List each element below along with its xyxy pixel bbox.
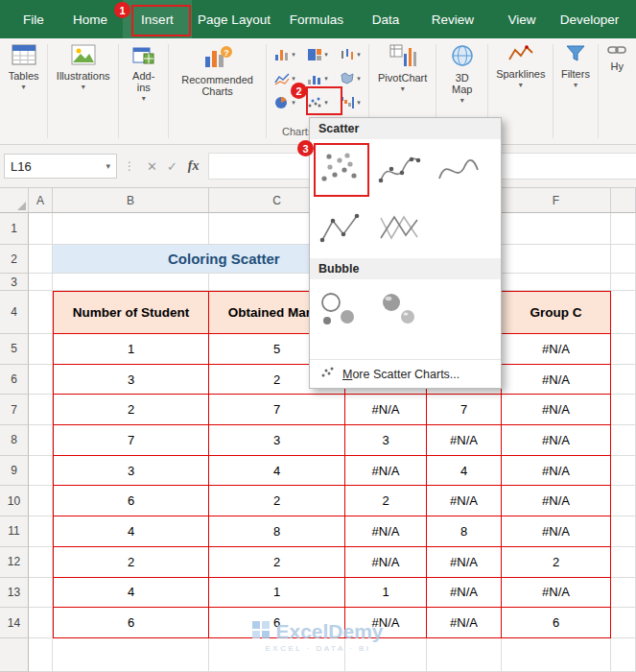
cell-D8[interactable]: 3 [345, 425, 427, 456]
filters-group-button[interactable]: Filters ▾ [554, 38, 597, 144]
cell-A3[interactable] [29, 274, 53, 291]
cell-F10[interactable]: #N/A [502, 486, 611, 516]
cell-G8[interactable] [611, 425, 636, 456]
row-header-9[interactable]: 9 [0, 456, 29, 487]
row-header-14[interactable]: 14 [0, 608, 29, 638]
scatter-straight-markers-icon[interactable] [316, 204, 364, 253]
cell-A1[interactable] [29, 213, 53, 245]
tab-review[interactable]: Review [414, 0, 491, 38]
cell-E8[interactable]: #N/A [427, 425, 502, 456]
cell-B14[interactable]: 6 [53, 608, 209, 638]
cell-C8[interactable]: 3 [209, 425, 345, 456]
row-header-12[interactable]: 12 [0, 547, 29, 578]
cell-B3[interactable] [53, 274, 209, 291]
table-header-B4[interactable]: Number of Student [53, 291, 209, 334]
scatter-icon[interactable] [316, 144, 364, 194]
cell-G15[interactable] [611, 638, 636, 672]
cell-A2[interactable] [29, 245, 53, 274]
cell-F1[interactable] [502, 213, 611, 245]
tab-home[interactable]: Home [58, 0, 123, 38]
cell-B7[interactable]: 2 [53, 395, 209, 425]
cell-D11[interactable]: #N/A [345, 516, 427, 547]
insert-function-icon[interactable]: fx [188, 158, 200, 174]
links-group-button[interactable]: Hy [599, 38, 636, 144]
insert-stock-chart-button[interactable]: ▾ [334, 42, 366, 66]
cell-E12[interactable]: #N/A [427, 547, 502, 578]
cell-C9[interactable]: 4 [209, 456, 345, 487]
insert-hierarchy-chart-button[interactable]: ▾ [301, 42, 334, 66]
cell-E11[interactable]: 8 [427, 516, 502, 547]
row-header-6[interactable]: 6 [0, 365, 29, 396]
tab-page-layout[interactable]: Page Layout [192, 0, 276, 38]
scatter-smooth-icon[interactable] [435, 144, 483, 194]
cell-B15[interactable] [53, 638, 209, 672]
tab-formulas[interactable]: Formulas [276, 0, 357, 38]
cell-E7[interactable]: 7 [427, 395, 502, 425]
cell-A13[interactable] [29, 578, 53, 609]
cell-D7[interactable]: #N/A [345, 395, 427, 425]
row-header-13[interactable]: 13 [0, 578, 29, 609]
tab-insert[interactable]: Insert [123, 0, 192, 38]
cell-D12[interactable]: #N/A [345, 547, 427, 578]
cell-B9[interactable]: 3 [53, 456, 209, 487]
cell-D13[interactable]: 1 [345, 578, 427, 609]
row-header-8[interactable]: 8 [0, 425, 29, 456]
cell-F12[interactable]: 2 [502, 547, 611, 578]
scatter-smooth-markers-icon[interactable] [375, 144, 423, 194]
cell-B11[interactable]: 4 [53, 516, 209, 547]
cell-F5[interactable]: #N/A [502, 334, 611, 365]
illustrations-group-button[interactable]: Illustrations ▾ [48, 38, 118, 144]
cell-C7[interactable]: 7 [209, 395, 345, 425]
cell-G13[interactable] [611, 578, 636, 609]
cell-A12[interactable] [29, 547, 53, 578]
scatter-straight-icon[interactable] [375, 204, 423, 253]
tables-group-button[interactable]: Tables ▾ [0, 38, 47, 144]
cell-B8[interactable]: 7 [53, 425, 209, 456]
cell-D14[interactable]: #N/A [345, 608, 427, 638]
cell-B6[interactable]: 3 [53, 365, 209, 396]
add-ins-group-button[interactable]: Add-ins ▾ [119, 38, 168, 144]
column-header-a[interactable]: A [29, 188, 53, 213]
cell-D10[interactable]: 2 [345, 486, 427, 516]
cell-G12[interactable] [611, 547, 636, 578]
tab-view[interactable]: View [491, 0, 553, 38]
cell-A5[interactable] [29, 334, 53, 365]
tab-file[interactable]: File [10, 0, 58, 38]
tab-data[interactable]: Data [357, 0, 414, 38]
tab-developer[interactable]: Developer [553, 0, 626, 38]
cell-F15[interactable] [502, 638, 611, 672]
cell-F6[interactable]: #N/A [502, 365, 611, 396]
cell-C11[interactable]: 8 [209, 516, 345, 547]
name-box[interactable]: L16 ▾ [4, 154, 117, 179]
bubble-icon[interactable] [316, 284, 364, 334]
cell-B13[interactable]: 4 [53, 578, 209, 609]
cell-A11[interactable] [29, 516, 53, 547]
cell-F13[interactable]: #N/A [502, 578, 611, 609]
cell-G6[interactable] [611, 365, 636, 396]
cell-D9[interactable]: #N/A [345, 456, 427, 487]
cell-F2[interactable] [502, 245, 611, 274]
cell-A7[interactable] [29, 395, 53, 425]
insert-line-chart-button[interactable]: ▾ [269, 66, 301, 90]
cell-G11[interactable] [611, 516, 636, 547]
cell-C12[interactable]: 2 [209, 547, 345, 578]
cell-E10[interactable]: #N/A [427, 486, 502, 516]
bubble-3d-icon[interactable] [375, 284, 423, 334]
column-header-b[interactable]: B [53, 188, 209, 213]
cell-A4[interactable] [29, 291, 53, 334]
cell-F7[interactable]: #N/A [502, 395, 611, 425]
enter-icon[interactable]: ✓ [167, 159, 177, 174]
cell-G1[interactable] [611, 213, 636, 245]
row-header-1[interactable]: 1 [0, 213, 29, 245]
cell-G4[interactable] [611, 291, 636, 334]
cell-F9[interactable]: #N/A [502, 456, 611, 487]
cell-G3[interactable] [611, 274, 636, 291]
insert-scatter-chart-button[interactable]: ▾ [301, 90, 334, 114]
row-header-2[interactable]: 2 [0, 245, 29, 274]
cell-F11[interactable]: #N/A [502, 516, 611, 547]
cancel-icon[interactable]: ✕ [147, 159, 157, 174]
cell-A6[interactable] [29, 365, 53, 396]
cell-C13[interactable]: 1 [209, 578, 345, 609]
cell-F3[interactable] [502, 274, 611, 291]
insert-waterfall-chart-button[interactable]: ▾ [334, 90, 366, 114]
